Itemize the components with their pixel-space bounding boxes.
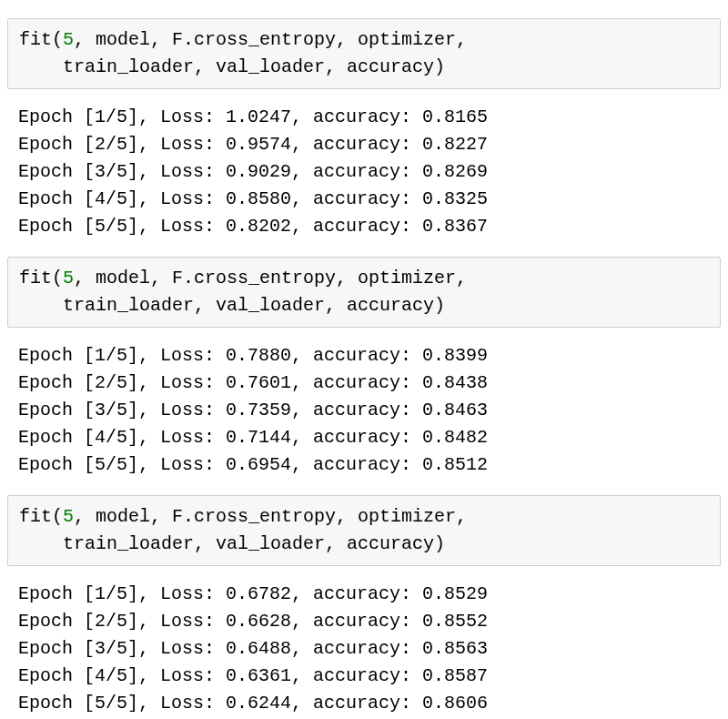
code-number-literal: 5 xyxy=(63,268,74,289)
code-cell: fit(5, model, F.cross_entropy, optimizer… xyxy=(7,18,721,89)
code-rest1: , model, F.cross_entropy, optimizer, xyxy=(74,29,467,50)
code-cell: fit(5, model, F.cross_entropy, optimizer… xyxy=(7,257,721,328)
code-cell: fit(5, model, F.cross_entropy, optimizer… xyxy=(7,495,721,566)
code-rest1: , model, F.cross_entropy, optimizer, xyxy=(74,268,467,289)
output-line: Epoch [2/5], Loss: 0.6628, accuracy: 0.8… xyxy=(18,611,488,632)
output-block: Epoch [1/5], Loss: 0.6782, accuracy: 0.8… xyxy=(7,575,721,719)
code-number-literal: 5 xyxy=(63,29,74,50)
code-prefix: fit( xyxy=(19,268,63,289)
code-number-literal: 5 xyxy=(63,506,74,527)
output-line: Epoch [1/5], Loss: 0.7880, accuracy: 0.8… xyxy=(18,345,488,366)
output-line: Epoch [3/5], Loss: 0.9029, accuracy: 0.8… xyxy=(18,161,488,182)
output-line: Epoch [5/5], Loss: 0.6954, accuracy: 0.8… xyxy=(18,454,488,475)
code-line2: train_loader, val_loader, accuracy) xyxy=(19,295,445,316)
output-block: Epoch [1/5], Loss: 0.7880, accuracy: 0.8… xyxy=(7,337,721,484)
output-line: Epoch [5/5], Loss: 0.6244, accuracy: 0.8… xyxy=(18,693,488,714)
output-line: Epoch [4/5], Loss: 0.6361, accuracy: 0.8… xyxy=(18,665,488,686)
code-prefix: fit( xyxy=(19,29,63,50)
output-line: Epoch [3/5], Loss: 0.6488, accuracy: 0.8… xyxy=(18,638,488,659)
output-block: Epoch [1/5], Loss: 1.0247, accuracy: 0.8… xyxy=(7,98,721,246)
output-line: Epoch [2/5], Loss: 0.9574, accuracy: 0.8… xyxy=(18,134,488,155)
output-line: Epoch [5/5], Loss: 0.8202, accuracy: 0.8… xyxy=(18,216,488,237)
code-prefix: fit( xyxy=(19,506,63,527)
code-line2: train_loader, val_loader, accuracy) xyxy=(19,533,445,554)
output-line: Epoch [1/5], Loss: 0.6782, accuracy: 0.8… xyxy=(18,583,488,604)
output-line: Epoch [4/5], Loss: 0.8580, accuracy: 0.8… xyxy=(18,188,488,209)
output-line: Epoch [2/5], Loss: 0.7601, accuracy: 0.8… xyxy=(18,372,488,393)
output-line: Epoch [1/5], Loss: 1.0247, accuracy: 0.8… xyxy=(18,106,488,127)
output-line: Epoch [3/5], Loss: 0.7359, accuracy: 0.8… xyxy=(18,400,488,420)
code-rest1: , model, F.cross_entropy, optimizer, xyxy=(74,506,467,527)
code-line2: train_loader, val_loader, accuracy) xyxy=(19,56,445,77)
output-line: Epoch [4/5], Loss: 0.7144, accuracy: 0.8… xyxy=(18,427,488,448)
